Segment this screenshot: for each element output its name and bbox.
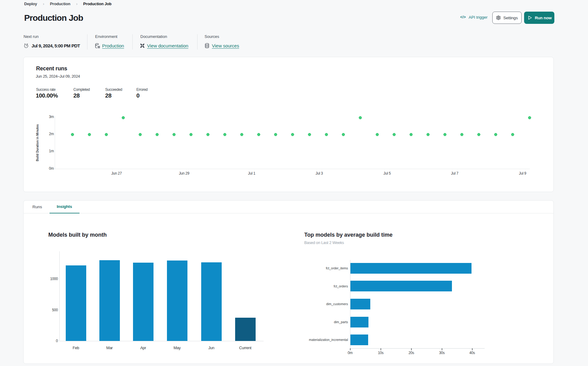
svg-text:fct_orders: fct_orders [334,284,348,288]
svg-text:0: 0 [56,339,58,343]
svg-text:dim_parts: dim_parts [334,320,348,324]
svg-text:Build Duration in Minutes: Build Duration in Minutes [36,124,39,161]
svg-text:Jun 29: Jun 29 [179,171,190,176]
svg-text:materialization_incremental: materialization_incremental [309,338,348,342]
svg-text:1000: 1000 [50,277,58,281]
svg-text:Jul 3: Jul 3 [316,171,323,176]
svg-text:40s: 40s [469,351,475,355]
svg-text:Current: Current [239,346,252,350]
svg-text:Jul 5: Jul 5 [383,171,391,176]
svg-text:fct_order_items: fct_order_items [326,266,348,270]
svg-text:dim_customers: dim_customers [326,302,348,306]
svg-text:Jun 27: Jun 27 [111,171,122,176]
svg-text:500: 500 [52,308,58,312]
svg-text:30s: 30s [439,351,445,355]
svg-text:10s: 10s [378,351,384,355]
svg-text:Jul 7: Jul 7 [451,171,458,176]
svg-text:0m: 0m [49,166,54,171]
svg-text:Jun: Jun [208,346,214,350]
svg-text:3m: 3m [49,115,54,119]
svg-text:1m: 1m [49,149,54,153]
svg-text:2m: 2m [49,132,54,136]
svg-text:Jul 9: Jul 9 [519,171,526,176]
svg-text:Apr: Apr [140,346,146,350]
svg-text:0m: 0m [348,351,353,355]
svg-text:Feb: Feb [73,346,79,350]
svg-text:May: May [173,346,181,350]
svg-text:Mar: Mar [106,346,113,350]
svg-text:20s: 20s [409,351,414,355]
svg-text:Jul 1: Jul 1 [248,171,255,176]
